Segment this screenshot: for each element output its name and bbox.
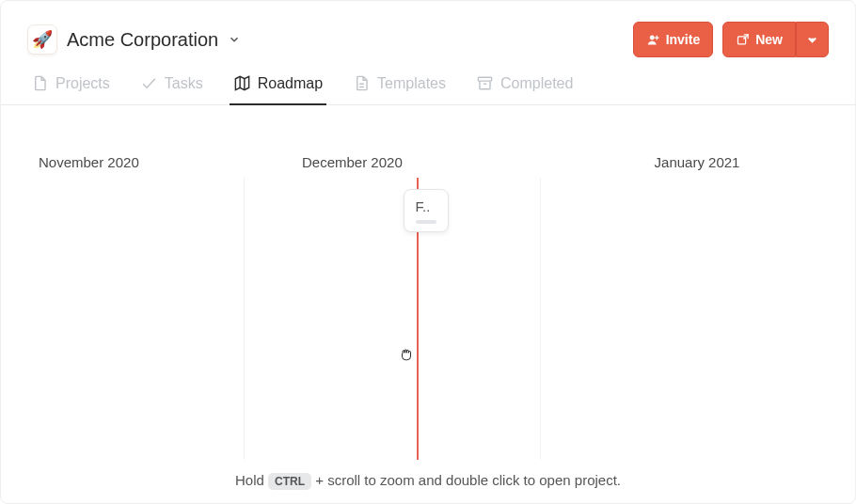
new-button[interactable]: New: [722, 22, 796, 57]
check-icon: [140, 74, 158, 92]
tab-completed[interactable]: Completed: [472, 74, 577, 105]
archive-icon: [476, 74, 494, 92]
map-icon: [233, 74, 251, 92]
rocket-icon: 🚀: [32, 29, 53, 50]
hint-text-post: + scroll to zoom and double click to ope…: [315, 472, 621, 488]
grab-cursor-icon: [398, 345, 415, 362]
grid-line: [540, 178, 541, 460]
ctrl-key: CTRL: [268, 473, 311, 490]
new-split-button: New: [722, 22, 829, 57]
roadmap-board[interactable]: F..: [27, 178, 829, 460]
new-label: New: [755, 23, 783, 56]
chevron-down-icon: [228, 33, 241, 46]
header-actions: Invite New: [633, 22, 829, 57]
file-text-icon: [353, 74, 371, 92]
invite-button[interactable]: Invite: [633, 22, 714, 57]
tab-tasks[interactable]: Tasks: [136, 74, 207, 105]
tab-templates[interactable]: Templates: [349, 74, 450, 105]
tab-label: Tasks: [165, 75, 203, 92]
user-plus-icon: [646, 33, 660, 47]
new-dropdown-button[interactable]: [796, 22, 829, 57]
workspace-name: Acme Corporation: [67, 29, 218, 51]
tab-label: Roadmap: [258, 75, 323, 92]
tab-label: Projects: [55, 75, 110, 92]
progress-stub: [416, 220, 436, 224]
tab-projects[interactable]: Projects: [27, 74, 114, 105]
file-icon: [31, 74, 49, 92]
svg-rect-7: [478, 77, 491, 81]
timeline-column-label: January 2021: [565, 154, 829, 170]
timeline-header: November 2020 December 2020 January 2021: [1, 105, 855, 178]
svg-marker-2: [235, 76, 248, 89]
roadmap-card-title: F..: [416, 198, 431, 214]
chevron-down-icon: [805, 33, 819, 47]
roadmap-card[interactable]: F..: [404, 189, 449, 232]
invite-label: Invite: [666, 23, 701, 56]
new-window-icon: [736, 33, 750, 47]
workspace-logo: 🚀: [27, 24, 57, 55]
main-tabs: Projects Tasks Roadmap Templates Complet…: [1, 57, 855, 105]
hint-text-pre: Hold: [235, 472, 268, 488]
zoom-hint: Hold CTRL + scroll to zoom and double cl…: [1, 472, 855, 488]
workspace-switcher[interactable]: 🚀 Acme Corporation: [27, 24, 241, 55]
timeline-column-label: December 2020: [302, 154, 565, 170]
tab-label: Completed: [500, 75, 573, 92]
svg-point-0: [650, 35, 654, 39]
timeline-column-label: November 2020: [39, 154, 302, 170]
tab-roadmap[interactable]: Roadmap: [230, 74, 326, 105]
grid-line: [244, 178, 245, 460]
tab-label: Templates: [377, 75, 446, 92]
